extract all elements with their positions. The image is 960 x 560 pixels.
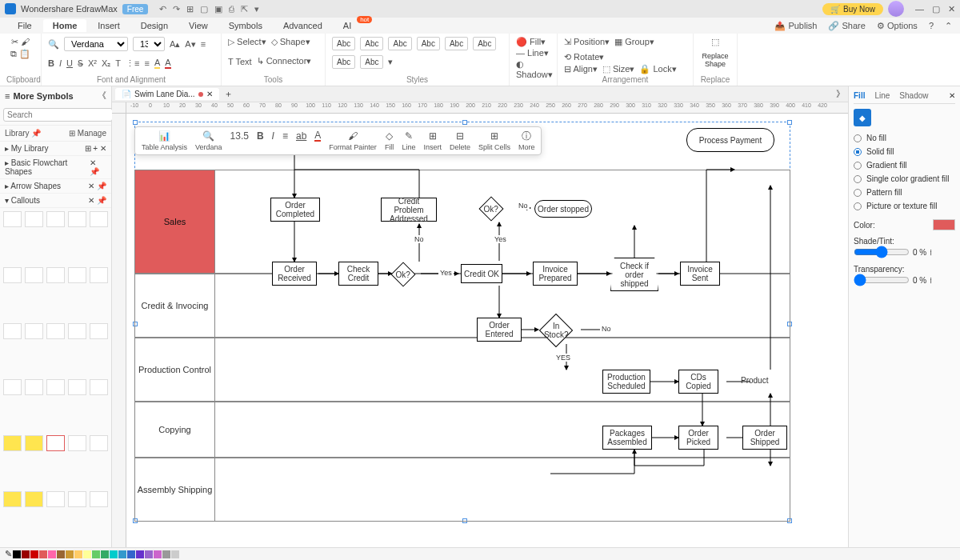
color-swatch-item[interactable] xyxy=(22,550,30,558)
callout-shape[interactable] xyxy=(68,491,86,507)
more-symbols-icon[interactable]: ≡ xyxy=(5,91,10,101)
style-preset-7[interactable]: Abc xyxy=(332,55,355,69)
menu-file[interactable]: File xyxy=(8,19,42,32)
transparency-slider[interactable] xyxy=(854,274,910,286)
color-swatch-item[interactable] xyxy=(110,550,118,558)
eyedropper-icon[interactable]: ✎ xyxy=(5,549,12,559)
callout-shape[interactable] xyxy=(90,379,108,395)
new-tab-button[interactable]: ＋ xyxy=(224,88,233,100)
style-preset-1[interactable]: Abc xyxy=(332,37,355,50)
menu-ai[interactable]: AIhot xyxy=(334,19,361,32)
options-button[interactable]: ⚙ Options xyxy=(877,21,918,31)
shape-order-picked[interactable]: Order Picked xyxy=(678,426,718,450)
radio-solid-fill[interactable]: Solid fill xyxy=(854,145,955,158)
color-swatch[interactable] xyxy=(933,219,955,230)
ft-table-analysis[interactable]: 📊Table Analysis xyxy=(142,130,187,151)
callout-shape[interactable] xyxy=(3,211,22,227)
expand-right-icon[interactable]: 》 xyxy=(836,88,845,100)
ft-insert[interactable]: ⊞Insert xyxy=(423,130,442,151)
collapse-ribbon-icon[interactable]: ⌃ xyxy=(945,21,952,31)
style-preset-5[interactable]: Abc xyxy=(445,37,468,50)
color-swatch-item[interactable] xyxy=(92,550,100,558)
symbol-search-input[interactable] xyxy=(3,108,113,122)
my-library-section[interactable]: ▸ My Library⊞ + ✕ xyxy=(0,142,111,156)
position-button[interactable]: ⇲ Position▾ xyxy=(564,37,610,47)
color-swatch-item[interactable] xyxy=(162,550,170,558)
lock-button[interactable]: 🔒 Lock▾ xyxy=(639,64,676,74)
callout-shape[interactable] xyxy=(46,267,65,283)
shape-check-credit[interactable]: Check Credit xyxy=(338,262,378,286)
callout-shape[interactable] xyxy=(25,211,43,227)
callout-shape[interactable] xyxy=(3,267,22,283)
more-symbols-label[interactable]: More Symbols xyxy=(13,91,73,101)
callout-shape[interactable] xyxy=(46,435,65,451)
rp-close-icon[interactable]: ✕ xyxy=(949,91,955,100)
redo-icon[interactable]: ↷ xyxy=(173,4,180,14)
section-flowchart[interactable]: ▸ Basic Flowchart Shapes✕ 📌 xyxy=(0,156,111,179)
shape-process-payment[interactable]: Process Payment xyxy=(686,128,774,152)
color-swatch-item[interactable] xyxy=(154,550,162,558)
radio-gradient-fill[interactable]: Gradient fill xyxy=(854,158,955,172)
ft-line[interactable]: ✎Line xyxy=(402,130,415,151)
fill-button[interactable]: 🔴 Fill▾ xyxy=(516,37,546,47)
open-icon[interactable]: ▢ xyxy=(200,4,208,14)
select-button[interactable]: ▷ Select▾ xyxy=(228,37,266,47)
callout-shape[interactable] xyxy=(25,435,43,451)
shape-credit-problem[interactable]: Credit Problem Addressed xyxy=(381,198,437,222)
page[interactable]: 📊Table Analysis 🔍Verdana 13.5 B I ≡ ab A… xyxy=(134,122,838,547)
collapse-left-icon[interactable]: 《 xyxy=(98,90,106,102)
rp-tab-fill[interactable]: Fill xyxy=(854,91,865,100)
more-icon[interactable]: ▾ xyxy=(254,4,259,14)
style-preset-3[interactable]: Abc xyxy=(388,37,411,50)
style-preset-6[interactable]: Abc xyxy=(473,37,496,50)
callout-shape[interactable] xyxy=(46,379,65,395)
italic-icon[interactable]: I xyxy=(59,58,62,68)
font-search-icon[interactable]: 🔍 xyxy=(48,39,59,50)
print-icon[interactable]: ⎙ xyxy=(229,4,234,14)
lane-sales[interactable]: Sales xyxy=(134,170,790,274)
callout-shape[interactable] xyxy=(3,491,22,507)
color-swatch-item[interactable] xyxy=(127,550,135,558)
callout-shape[interactable] xyxy=(46,323,65,339)
ft-font[interactable]: 🔍Verdana xyxy=(195,130,222,151)
color-swatch-item[interactable] xyxy=(74,550,82,558)
shape-order-stopped[interactable]: Order stopped xyxy=(534,200,592,218)
strike-icon[interactable]: S̶ xyxy=(78,58,83,69)
menu-insert[interactable]: Insert xyxy=(88,19,130,32)
callout-shape[interactable] xyxy=(68,379,86,395)
color-swatch-item[interactable] xyxy=(118,550,126,558)
shape-credit-ok[interactable]: Credit OK xyxy=(461,264,502,283)
menu-advanced[interactable]: Advanced xyxy=(274,19,332,32)
radio-single-gradient[interactable]: Single color gradient fill xyxy=(854,172,955,186)
color-swatch-item[interactable] xyxy=(83,550,91,558)
color-swatch-item[interactable] xyxy=(13,550,21,558)
callout-shape[interactable] xyxy=(25,267,43,283)
shape-check-if[interactable]: Check if order shipped xyxy=(610,258,658,291)
color-swatch-item[interactable] xyxy=(30,550,38,558)
menu-view[interactable]: View xyxy=(179,19,218,32)
shape-cds[interactable]: CDs Copied xyxy=(678,370,718,394)
rp-tab-line[interactable]: Line xyxy=(874,91,890,100)
callout-shape[interactable] xyxy=(25,379,43,395)
style-more-icon[interactable]: ▾ xyxy=(388,57,393,67)
close-icon[interactable]: ✕ xyxy=(948,4,955,14)
bullets-icon[interactable]: ⋮≡ xyxy=(126,58,139,69)
callout-shape[interactable] xyxy=(90,491,108,507)
color-swatch-item[interactable] xyxy=(39,550,47,558)
shape-button[interactable]: ◇ Shape▾ xyxy=(271,37,310,47)
shade-stepper-icon[interactable]: ⁞ xyxy=(930,248,932,257)
paste-icon[interactable]: 📋 xyxy=(19,49,30,58)
callout-shape[interactable] xyxy=(68,323,86,339)
copy-icon[interactable]: ⧉ xyxy=(10,49,17,58)
line-button[interactable]: — Line▾ xyxy=(516,48,549,58)
document-tab[interactable]: 📄 Swim Lane Dia... ✕ xyxy=(115,88,219,100)
format-painter-icon[interactable]: 🖌 xyxy=(21,37,30,46)
color-swatch-item[interactable] xyxy=(101,550,109,558)
user-avatar[interactable] xyxy=(888,1,904,17)
numbering-icon[interactable]: ≡ xyxy=(144,58,149,68)
color-swatch-item[interactable] xyxy=(48,550,56,558)
callout-shape[interactable] xyxy=(25,491,43,507)
shape-invoice-sent[interactable]: Invoice Sent xyxy=(680,262,720,286)
callout-shape[interactable] xyxy=(68,435,86,451)
callout-shape[interactable] xyxy=(3,435,22,451)
